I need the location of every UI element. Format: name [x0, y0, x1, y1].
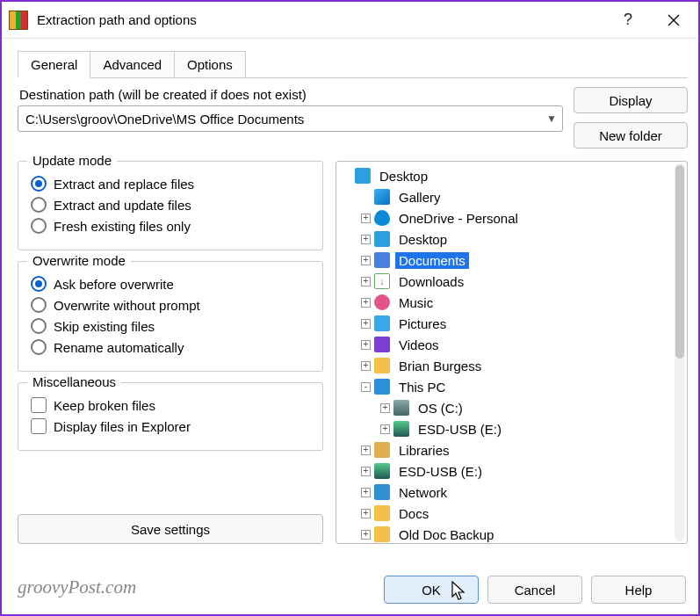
expand-icon[interactable]: + — [361, 235, 371, 244]
tree-node[interactable]: Desktop — [336, 165, 674, 186]
tree-node[interactable]: +Docs — [336, 503, 674, 524]
check-display-explorer[interactable]: Display files in Explorer — [31, 418, 310, 434]
radio-overwrite-noprompt[interactable]: Overwrite without prompt — [31, 297, 310, 313]
drive-icon — [393, 400, 409, 416]
new-folder-button[interactable]: New folder — [574, 122, 688, 149]
expander-blank — [342, 171, 351, 181]
tree-node-label: This PC — [395, 379, 449, 395]
expand-icon[interactable]: + — [380, 403, 390, 413]
tree-node[interactable]: +ESD-USB (E:) — [336, 418, 674, 439]
tree-node-label: Videos — [395, 337, 443, 353]
expand-icon[interactable]: + — [361, 467, 371, 476]
video-icon — [374, 337, 390, 352]
tree-node[interactable]: +ESD-USB (E:) — [336, 460, 674, 482]
expand-icon[interactable]: + — [361, 509, 371, 518]
tree-node-label: Gallery — [395, 189, 444, 206]
expand-icon[interactable]: + — [361, 361, 371, 371]
expand-icon[interactable]: + — [361, 340, 371, 350]
display-button[interactable]: Display — [574, 87, 688, 113]
desktop-icon — [355, 168, 371, 184]
tree-node-label: Desktop — [395, 231, 451, 248]
close-button[interactable] — [651, 3, 696, 38]
desktop-icon — [374, 231, 390, 247]
folder-icon — [374, 526, 390, 542]
expand-icon[interactable]: + — [361, 488, 371, 497]
tree-node[interactable]: +Downloads — [336, 271, 674, 292]
tree-node-label: Old Doc Backup — [395, 526, 497, 543]
scrollbar-thumb[interactable] — [675, 165, 684, 359]
tree-node[interactable]: +Music — [336, 292, 674, 313]
onedrive-icon — [374, 210, 390, 226]
scrollbar[interactable] — [675, 163, 685, 541]
tree-node[interactable]: +Documents — [336, 250, 674, 271]
tree-node[interactable]: +Desktop — [336, 228, 674, 250]
cancel-button[interactable]: Cancel — [487, 576, 582, 604]
radio-label: Fresh existing files only — [54, 219, 191, 234]
chevron-down-icon[interactable]: ▼ — [541, 112, 562, 125]
tree-node[interactable]: +Pictures — [336, 313, 674, 334]
destination-path-label: Destination path (will be created if doe… — [18, 87, 563, 102]
winrar-icon — [9, 11, 28, 30]
tab-page-general: Destination path (will be created if doe… — [18, 77, 688, 544]
group-miscellaneous: Miscellaneous Keep broken files Display … — [18, 382, 323, 451]
pc-icon — [374, 379, 390, 395]
checkbox-icon — [31, 397, 47, 413]
tab-bar: General Advanced Options — [2, 39, 698, 77]
tree-node-label: Desktop — [376, 168, 431, 185]
tree-node[interactable]: +Libraries — [336, 439, 674, 460]
group-overwrite-title: Overwrite mode — [27, 253, 131, 268]
tree-node[interactable]: +Network — [336, 482, 674, 503]
check-keep-broken[interactable]: Keep broken files — [31, 397, 310, 413]
help-titlebar-button[interactable]: ? — [605, 3, 651, 38]
group-update-title: Update mode — [27, 153, 117, 168]
tree-node[interactable]: +OS (C:) — [336, 397, 674, 418]
collapse-icon[interactable]: - — [361, 382, 371, 392]
expand-icon[interactable]: + — [361, 319, 371, 329]
gallery-icon — [374, 189, 390, 205]
tree-node-label: OneDrive - Personal — [395, 210, 522, 227]
radio-extract-update[interactable]: Extract and update files — [31, 197, 310, 213]
tab-general[interactable]: General — [18, 51, 90, 78]
tree-node-label: Libraries — [395, 442, 453, 459]
music-icon — [374, 294, 390, 310]
tree-node[interactable]: +OneDrive - Personal — [336, 207, 674, 228]
tree-node[interactable]: Gallery — [336, 186, 674, 207]
help-button[interactable]: Help — [591, 576, 686, 604]
tree-node-label: Network — [395, 484, 451, 501]
group-misc-title: Miscellaneous — [27, 374, 121, 389]
radio-icon — [31, 276, 47, 292]
radio-icon — [31, 176, 47, 192]
group-update-mode: Update mode Extract and replace files Ex… — [18, 161, 323, 250]
group-overwrite-mode: Overwrite mode Ask before overwrite Over… — [18, 261, 323, 372]
destination-path-input[interactable] — [18, 112, 541, 127]
radio-icon — [31, 339, 47, 355]
radio-ask-overwrite[interactable]: Ask before overwrite — [31, 276, 310, 292]
close-icon — [668, 14, 680, 26]
tab-options[interactable]: Options — [174, 51, 246, 77]
tree-node-label: Documents — [395, 252, 469, 269]
radio-extract-replace[interactable]: Extract and replace files — [31, 176, 310, 192]
tab-advanced[interactable]: Advanced — [90, 51, 175, 77]
expand-icon[interactable]: + — [361, 277, 371, 286]
tree-node-label: Downloads — [395, 273, 467, 290]
tree-node[interactable]: +Videos — [336, 334, 674, 355]
expand-icon[interactable]: + — [361, 298, 371, 308]
save-settings-button[interactable]: Save settings — [18, 514, 323, 544]
destination-path-combo[interactable]: ▼ — [18, 105, 563, 132]
radio-skip-existing[interactable]: Skip existing files — [31, 318, 310, 334]
tree-node[interactable]: +Brian Burgess — [336, 355, 674, 376]
expand-icon[interactable]: + — [361, 530, 371, 540]
radio-label: Ask before overwrite — [54, 277, 174, 292]
radio-fresh-existing[interactable]: Fresh existing files only — [31, 218, 310, 234]
tree-node[interactable]: -This PC — [336, 376, 674, 397]
ok-button[interactable]: OK — [384, 576, 479, 604]
expand-icon[interactable]: + — [380, 424, 390, 434]
folder-tree[interactable]: DesktopGallery+OneDrive - Personal+Deskt… — [336, 161, 688, 544]
expand-icon[interactable]: + — [361, 214, 371, 223]
expand-icon[interactable]: + — [361, 256, 371, 265]
tree-node[interactable]: +Old Doc Backup — [336, 524, 674, 543]
tree-node-label: Docs — [395, 505, 432, 522]
expand-icon[interactable]: + — [361, 446, 371, 455]
watermark: groovyPost.com — [18, 576, 136, 598]
radio-rename-auto[interactable]: Rename automatically — [31, 339, 310, 355]
